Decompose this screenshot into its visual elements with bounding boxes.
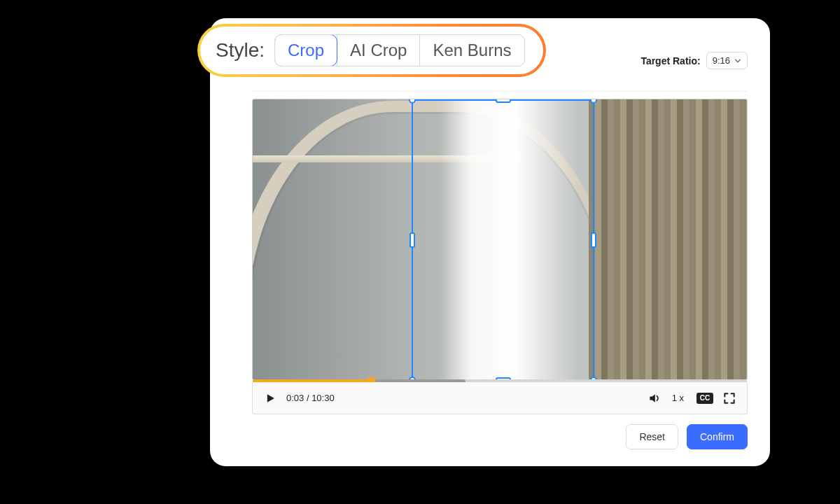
crop-handle-left[interactable] [410,232,415,248]
volume-icon[interactable] [647,391,662,406]
crop-handle-top-left[interactable] [409,99,416,104]
closed-captions-button[interactable]: CC [696,393,713,404]
player-controls: 0:03 / 10:30 1 x CC [252,382,748,414]
target-ratio-value: 9:16 [713,55,730,66]
target-ratio-select[interactable]: 9:16 [706,52,748,69]
style-option-ai-crop[interactable]: AI Crop [337,35,419,66]
style-option-ken-burns[interactable]: Ken Burns [419,35,524,66]
chevron-down-icon [734,57,741,64]
crop-handle-top[interactable] [496,99,511,103]
style-option-crop[interactable]: Crop [274,34,337,66]
video-preview-area [252,91,748,392]
reset-button[interactable]: Reset [626,424,678,449]
playback-speed-button[interactable]: 1 x [672,393,684,403]
target-ratio-label: Target Ratio: [640,55,700,66]
confirm-button[interactable]: Confirm [687,424,748,449]
style-label: Style: [216,39,265,62]
style-segmented-control: Crop AI Crop Ken Burns [274,34,524,66]
player-time-text: 0:03 / 10:30 [286,393,335,403]
style-badge: Style: Crop AI Crop Ken Burns [197,24,546,77]
crop-handle-right[interactable] [591,232,596,248]
play-icon[interactable] [262,391,278,406]
video-frame [252,99,748,380]
crop-editor-panel: Style: Crop AI Crop Ken Burns Target Rat… [210,18,770,466]
crop-region[interactable] [412,99,594,380]
fullscreen-icon[interactable] [722,391,737,406]
